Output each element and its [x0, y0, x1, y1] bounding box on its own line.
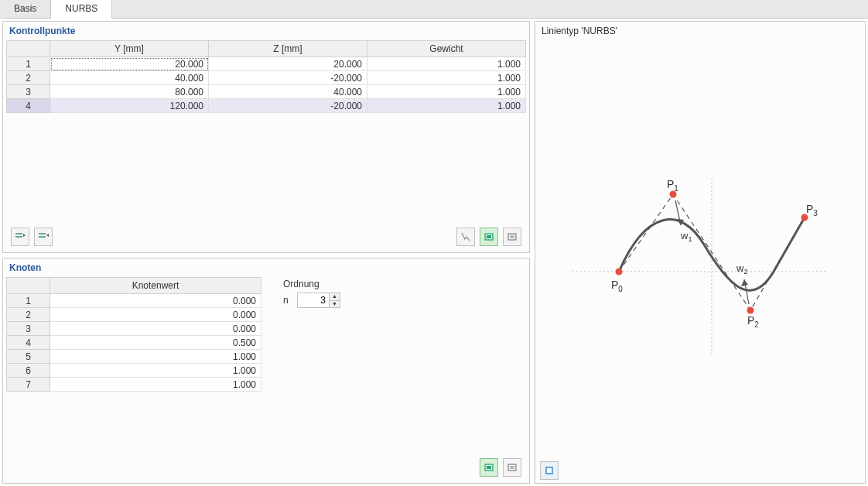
n-label: n [283, 295, 289, 306]
ordnung-spinner[interactable]: ▲ ▼ [297, 293, 340, 308]
col-w[interactable]: Gewicht [367, 41, 526, 57]
knoten-toolbar [6, 455, 526, 480]
knoten-table[interactable]: Knotenwert 10.000 20.000 30.000 40.500 5… [6, 277, 261, 392]
table-row[interactable]: 71.000 [7, 378, 261, 392]
table-row[interactable]: 4 120.000 -20.000 1.000 [7, 99, 526, 113]
col-y[interactable]: Y [mm] [50, 41, 209, 57]
svg-rect-2 [39, 233, 46, 234]
export-icon[interactable] [480, 458, 498, 477]
table-row[interactable]: 20.000 [7, 308, 261, 322]
svg-rect-11 [510, 466, 514, 469]
ordnung-label: Ordnung [283, 279, 340, 289]
nurbs-preview-icon: P0 P1 P2 P3 w1 w2 [572, 156, 828, 372]
insert-row-icon[interactable] [11, 228, 29, 246]
svg-text:P3: P3 [806, 203, 818, 217]
panel-title-knoten: Knoten [3, 258, 529, 276]
svg-text:P0: P0 [611, 279, 623, 293]
tabbar: Basis NURBS [0, 0, 868, 19]
svg-rect-9 [487, 466, 491, 469]
table-row[interactable]: 3 80.000 40.000 1.000 [7, 85, 526, 99]
spin-down-icon[interactable]: ▼ [329, 301, 340, 308]
svg-text:P2: P2 [747, 314, 759, 329]
svg-rect-7 [510, 235, 514, 238]
kontroll-toolbar [6, 224, 526, 249]
remove-row-icon[interactable] [34, 228, 53, 246]
ordnung-block: Ordnung n ▲ ▼ [283, 277, 340, 308]
svg-text:P1: P1 [667, 178, 678, 193]
svg-rect-3 [39, 236, 46, 238]
tab-basis[interactable]: Basis [0, 0, 51, 18]
table-row[interactable]: 2 40.000 -20.000 1.000 [7, 71, 526, 85]
panel-kontrollpunkte: Kontrollpunkte Y [mm] Z [mm] Gewicht [2, 21, 530, 253]
col-knotenwert[interactable]: Knotenwert [50, 278, 261, 294]
panel-knoten: Knoten Knotenwert 10.000 20.00 [2, 258, 530, 484]
svg-point-18 [616, 269, 623, 276]
export-icon[interactable] [480, 228, 498, 246]
kontrollpunkte-table[interactable]: Y [mm] Z [mm] Gewicht 1 20.000 20.000 1.… [6, 40, 526, 113]
panel-title-kontrollpunkte: Kontrollpunkte [3, 22, 529, 39]
table-row[interactable]: 30.000 [7, 322, 261, 336]
panel-preview: Linientyp 'NURBS' [535, 21, 866, 484]
svg-rect-29 [547, 468, 552, 473]
preview-settings-icon[interactable] [540, 461, 559, 480]
import-icon[interactable] [503, 228, 521, 246]
svg-text:w1: w1 [680, 230, 692, 243]
preview-title: Linientyp 'NURBS' [535, 22, 865, 39]
table-row[interactable]: 10.000 [7, 294, 261, 308]
svg-rect-1 [15, 236, 22, 238]
table-row[interactable]: 51.000 [7, 350, 261, 364]
table-row[interactable]: 61.000 [7, 364, 261, 378]
table-row[interactable]: 1 20.000 20.000 1.000 [7, 57, 526, 71]
svg-point-20 [747, 307, 754, 314]
ordnung-input[interactable] [298, 293, 329, 307]
table-row[interactable]: 40.500 [7, 336, 261, 350]
import-icon[interactable] [503, 458, 521, 477]
tab-nurbs[interactable]: NURBS [51, 0, 112, 19]
svg-rect-5 [487, 235, 491, 238]
pick-icon[interactable] [456, 228, 475, 246]
svg-text:w2: w2 [736, 262, 747, 276]
col-z[interactable]: Z [mm] [209, 41, 367, 57]
svg-rect-0 [15, 233, 22, 234]
spin-up-icon[interactable]: ▲ [329, 293, 340, 301]
svg-marker-17 [741, 279, 748, 286]
